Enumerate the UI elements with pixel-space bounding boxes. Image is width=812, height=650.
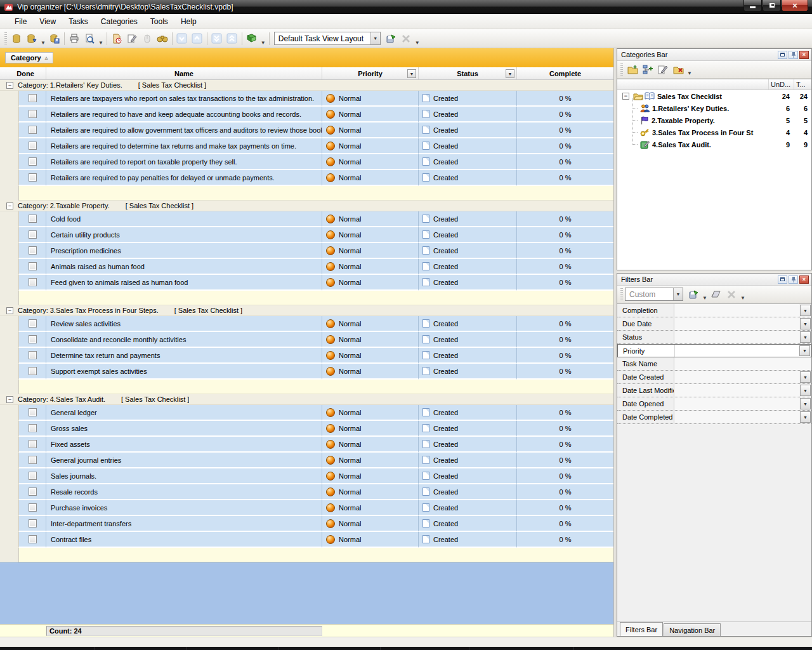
layout-selector[interactable]: Default Task View Layout ▼ — [274, 32, 381, 45]
delete-filter-button[interactable] — [724, 288, 739, 302]
menu-tools[interactable]: Tools — [145, 15, 174, 28]
categories-toolbar-caret[interactable]: ▼ — [686, 70, 693, 76]
filter-field-row[interactable]: Date Last Modified ▼ — [617, 384, 811, 397]
filter-field-value[interactable] — [674, 317, 799, 330]
menu-categories[interactable]: Categories — [95, 15, 143, 28]
open-database-button[interactable] — [24, 31, 39, 46]
new-checklist-button[interactable] — [625, 63, 640, 77]
done-checkbox[interactable] — [29, 440, 37, 448]
save-filter-menu-caret[interactable]: ▼ — [701, 295, 709, 301]
move-top-button[interactable] — [225, 31, 240, 46]
done-checkbox[interactable] — [29, 367, 37, 375]
done-checkbox[interactable] — [29, 157, 37, 166]
column-header-done[interactable]: Done — [5, 67, 46, 79]
filter-field-value[interactable] — [674, 411, 799, 423]
undone-column-header[interactable]: UnD... — [768, 79, 794, 90]
group-header[interactable]: − Category: 3.Sales Tax Process in Four … — [0, 305, 613, 316]
done-checkbox[interactable] — [29, 142, 37, 150]
save-database-button[interactable] — [47, 31, 62, 46]
filter-field-value[interactable] — [674, 357, 811, 370]
filter-field-dropdown[interactable]: ▼ — [800, 371, 811, 383]
filter-field-row[interactable]: Due Date ▼ — [617, 317, 811, 331]
filter-field-dropdown[interactable]: ▼ — [800, 305, 811, 316]
done-checkbox[interactable] — [29, 535, 37, 543]
done-checkbox[interactable] — [29, 319, 37, 328]
done-checkbox[interactable] — [29, 519, 37, 527]
edit-task-button[interactable] — [124, 31, 140, 46]
group-by-category-chip[interactable]: Category ▵ — [5, 52, 53, 63]
task-row[interactable]: Retailers are required to pay penalties … — [0, 170, 613, 186]
done-checkbox[interactable] — [29, 278, 37, 286]
filter-field-row[interactable]: Date Completed ▼ — [617, 411, 811, 424]
task-row[interactable]: General ledger Normal Created 0 % — [0, 405, 613, 421]
category-tree-item[interactable]: 4.Sales Tax Audit. 9 9 — [617, 138, 811, 150]
task-row[interactable]: Sales journals. Normal Created 0 % — [0, 468, 613, 484]
column-header-name[interactable]: Name — [46, 67, 322, 79]
filter-field-row[interactable]: Completion ▼ — [617, 304, 811, 317]
tab-navigation-bar[interactable]: Navigation Bar — [664, 623, 721, 636]
edit-category-button[interactable] — [655, 63, 671, 77]
categories-bar-restore-button[interactable] — [778, 51, 787, 59]
save-layout-button[interactable] — [383, 31, 398, 46]
group-header[interactable]: − Category: 4.Sales Tax Audit. [ Sales T… — [0, 394, 613, 405]
category-tree-item[interactable]: 1.Retailers' Key Duties. 6 6 — [617, 102, 811, 114]
done-checkbox[interactable] — [29, 94, 37, 102]
filter-field-value[interactable] — [675, 345, 799, 357]
task-row[interactable]: Retailers are required to allow governme… — [0, 123, 613, 138]
layout-selector-dropdown[interactable]: ▼ — [370, 32, 380, 44]
title-bar[interactable]: Vip organizer [C:\Users\dmitry\Desktop\S… — [0, 0, 812, 14]
group-header[interactable]: − Category: 1.Retailers' Key Duties. [ S… — [0, 80, 613, 91]
clear-filter-button[interactable] — [709, 288, 724, 302]
menu-view[interactable]: View — [34, 15, 62, 28]
filter-field-dropdown[interactable]: ▼ — [800, 385, 811, 396]
menu-tasks[interactable]: Tasks — [63, 15, 94, 28]
column-header-priority[interactable]: Priority ▼ — [322, 67, 419, 79]
print-preview-menu-caret[interactable]: ▼ — [97, 40, 105, 46]
done-checkbox[interactable] — [29, 408, 37, 416]
done-checkbox[interactable] — [29, 424, 37, 432]
restore-button[interactable] — [763, 0, 781, 11]
task-row[interactable]: Animals raised as human food Normal Crea… — [0, 259, 613, 275]
done-checkbox[interactable] — [29, 472, 37, 480]
windows-taskbar[interactable] — [0, 647, 812, 650]
tree-collapse-icon[interactable]: − — [622, 93, 629, 100]
done-checkbox[interactable] — [29, 262, 37, 270]
priority-filter-dropdown[interactable]: ▼ — [407, 69, 416, 78]
done-checkbox[interactable] — [29, 335, 37, 343]
done-checkbox[interactable] — [29, 173, 37, 182]
total-column-header[interactable]: T... — [794, 79, 811, 90]
menu-help[interactable]: Help — [175, 15, 202, 28]
filters-bar-pin-button[interactable] — [789, 275, 798, 284]
categories-bar-close-button[interactable]: × — [799, 51, 809, 59]
view-layout-menu-caret[interactable]: ▼ — [259, 40, 267, 46]
task-row[interactable]: Gross sales Normal Created 0 % — [0, 421, 613, 437]
move-bottom-button[interactable] — [209, 31, 225, 46]
filters-bar-restore-button[interactable] — [778, 275, 787, 284]
filters-toolbar-caret[interactable]: ▼ — [739, 295, 747, 301]
done-checkbox[interactable] — [29, 246, 37, 255]
move-down-button[interactable] — [174, 31, 190, 46]
task-row[interactable]: Retailers are required to have and keep … — [0, 107, 613, 123]
move-up-button[interactable] — [190, 31, 205, 46]
category-tree-item[interactable]: 3.Sales Tax Process in Four St 4 4 — [617, 126, 811, 138]
categories-toolbar-grip[interactable] — [620, 63, 623, 76]
done-checkbox[interactable] — [29, 488, 37, 496]
done-checkbox[interactable] — [29, 351, 37, 359]
done-checkbox[interactable] — [29, 126, 37, 134]
done-checkbox[interactable] — [29, 215, 37, 223]
filter-field-dropdown[interactable]: ▼ — [800, 398, 811, 409]
task-row[interactable]: Determine tax return and payments Normal… — [0, 348, 613, 364]
category-tree-item[interactable]: − Sales Tax Checklist 24 24 — [617, 90, 811, 102]
view-layout-button[interactable] — [244, 31, 259, 46]
filter-preset-dropdown[interactable]: ▼ — [673, 288, 683, 300]
filter-field-value[interactable] — [674, 384, 799, 397]
tab-filters-bar[interactable]: Filters Bar — [620, 622, 663, 636]
filter-field-dropdown[interactable]: ▼ — [800, 331, 811, 343]
minimize-button[interactable] — [743, 0, 762, 11]
new-task-button[interactable] — [109, 31, 124, 46]
task-row[interactable]: General journal entries Normal Created 0… — [0, 453, 613, 468]
filter-field-dropdown[interactable]: ▼ — [800, 318, 811, 329]
delete-task-button[interactable] — [140, 31, 155, 46]
done-checkbox[interactable] — [29, 230, 37, 239]
task-row[interactable]: Resale records Normal Created 0 % — [0, 484, 613, 500]
